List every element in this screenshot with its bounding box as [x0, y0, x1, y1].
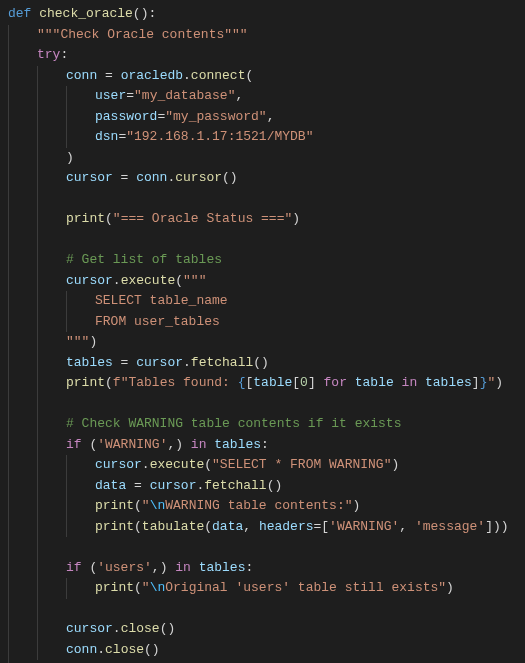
code-text: user="my_database",	[95, 86, 243, 107]
code-line[interactable]: """)	[0, 332, 525, 353]
code-line[interactable]: user="my_database",	[0, 86, 525, 107]
code-line[interactable]: conn.close()	[0, 640, 525, 661]
indent-guide	[8, 312, 9, 333]
token: ()	[160, 621, 176, 636]
token: "192.168.1.17:1521/MYDB"	[126, 129, 313, 144]
indent-guide	[66, 578, 67, 599]
code-line[interactable]: # Check WARNING table contents if it exi…	[0, 414, 525, 435]
token: (	[245, 68, 253, 83]
token: FROM user_tables	[95, 314, 220, 329]
code-line[interactable]: print("\nWARNING table contents:")	[0, 496, 525, 517]
code-text: )	[66, 148, 74, 169]
indent-guide	[37, 291, 38, 312]
indent-guide	[37, 312, 38, 333]
code-line[interactable]: )	[0, 148, 525, 169]
indent-guide	[37, 148, 38, 169]
code-line[interactable]: def check_oracle():	[0, 4, 525, 25]
token: fetchall	[191, 355, 253, 370]
token: ():	[133, 6, 156, 21]
code-editor[interactable]: def check_oracle():"""Check Oracle conte…	[0, 0, 525, 663]
code-line[interactable]: if ('WARNING',) in tables:	[0, 435, 525, 456]
token: [	[292, 375, 300, 390]
token: =	[113, 170, 136, 185]
code-line[interactable]: print(f"Tables found: {[table[0] for tab…	[0, 373, 525, 394]
indent-guide	[37, 476, 38, 497]
token: "my_password"	[165, 109, 266, 124]
code-line[interactable]	[0, 189, 525, 210]
code-line[interactable]: print("\nOriginal 'users' table still ex…	[0, 578, 525, 599]
code-text: print("\nWARNING table contents:")	[95, 496, 360, 517]
token: ,)	[152, 560, 175, 575]
code-line[interactable]: print(tabulate(data, headers=['WARNING',…	[0, 517, 525, 538]
indent-guide	[8, 353, 9, 374]
code-line[interactable]: if ('users',) in tables:	[0, 558, 525, 579]
token: (	[134, 498, 142, 513]
code-line[interactable]	[0, 599, 525, 620]
token: if	[66, 560, 82, 575]
code-line[interactable]: tables = cursor.fetchall()	[0, 353, 525, 374]
token: =	[126, 88, 134, 103]
code-line[interactable]: cursor = conn.cursor()	[0, 168, 525, 189]
token: )	[66, 150, 74, 165]
indent-guide	[37, 230, 38, 251]
code-text: try:	[37, 45, 68, 66]
indent-guide	[8, 394, 9, 415]
indent-guide	[66, 107, 67, 128]
token: fetchall	[204, 478, 266, 493]
token: (	[175, 273, 183, 288]
indent-guide	[8, 189, 9, 210]
indent-guide	[8, 640, 9, 661]
indent-guide	[8, 455, 9, 476]
token: tables	[199, 560, 246, 575]
token: # Check WARNING table contents if it exi…	[66, 416, 401, 431]
code-line[interactable]: try:	[0, 45, 525, 66]
token: ()	[267, 478, 283, 493]
token: 'WARNING'	[329, 519, 399, 534]
code-text: print("\nOriginal 'users' table still ex…	[95, 578, 454, 599]
code-text: print(tabulate(data, headers=['WARNING',…	[95, 517, 509, 538]
indent-guide	[37, 189, 38, 210]
token: ]))	[485, 519, 508, 534]
code-line[interactable]	[0, 230, 525, 251]
code-text: data = cursor.fetchall()	[95, 476, 282, 497]
code-text: conn.close()	[66, 640, 160, 661]
indent-guide	[8, 271, 9, 292]
code-line[interactable]: cursor.close()	[0, 619, 525, 640]
indent-guide	[37, 271, 38, 292]
indent-guide	[37, 66, 38, 87]
code-line[interactable]: password="my_password",	[0, 107, 525, 128]
code-line[interactable]: cursor.execute("""	[0, 271, 525, 292]
token: close	[105, 642, 144, 657]
indent-guide	[37, 394, 38, 415]
token	[316, 375, 324, 390]
token: tables	[66, 355, 113, 370]
indent-guide	[66, 476, 67, 497]
token: :	[60, 47, 68, 62]
code-line[interactable]	[0, 394, 525, 415]
token: in	[191, 437, 207, 452]
code-line[interactable]: cursor.execute("SELECT * FROM WARNING")	[0, 455, 525, 476]
token: user	[95, 88, 126, 103]
code-line[interactable]: SELECT table_name	[0, 291, 525, 312]
code-line[interactable]: # Get list of tables	[0, 250, 525, 271]
code-line[interactable]	[0, 537, 525, 558]
indent-guide	[66, 86, 67, 107]
code-line[interactable]: """Check Oracle contents"""	[0, 25, 525, 46]
code-text: conn = oracledb.connect(	[66, 66, 253, 87]
indent-guide	[8, 537, 9, 558]
code-line[interactable]: dsn="192.168.1.17:1521/MYDB"	[0, 127, 525, 148]
token: =	[126, 478, 149, 493]
indent-guide	[37, 250, 38, 271]
token: ,	[235, 88, 243, 103]
token: f"Tables found:	[113, 375, 238, 390]
indent-guide	[8, 66, 9, 87]
code-text: if ('WARNING',) in tables:	[66, 435, 269, 456]
code-line[interactable]: data = cursor.fetchall()	[0, 476, 525, 497]
indent-guide	[66, 312, 67, 333]
token: cursor	[66, 273, 113, 288]
code-line[interactable]: print("=== Oracle Status ===")	[0, 209, 525, 230]
token: in	[402, 375, 418, 390]
code-line[interactable]: FROM user_tables	[0, 312, 525, 333]
code-line[interactable]: conn = oracledb.connect(	[0, 66, 525, 87]
token: try	[37, 47, 60, 62]
